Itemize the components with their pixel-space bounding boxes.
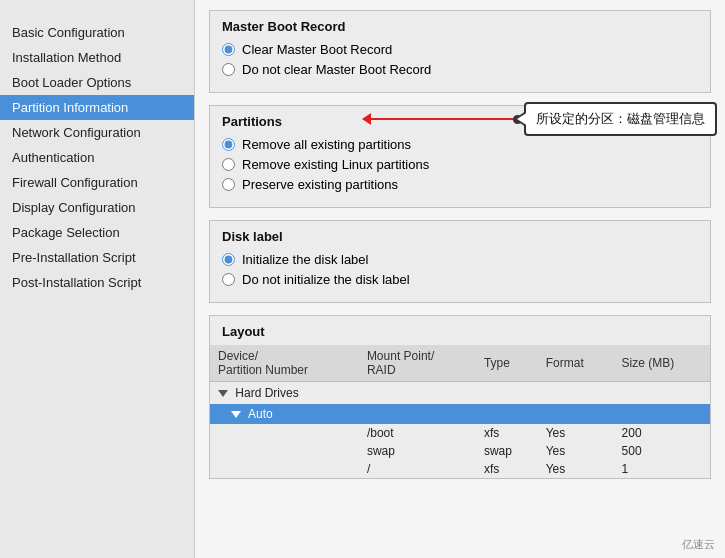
expand-auto-icon xyxy=(231,411,241,418)
sidebar-item-display-configuration[interactable]: Display Configuration xyxy=(0,195,194,220)
master-boot-record-title: Master Boot Record xyxy=(222,19,698,34)
col-header-device: Device/Partition Number xyxy=(210,345,359,382)
auto-row[interactable]: Auto xyxy=(210,404,710,424)
hard-drives-row[interactable]: Hard Drives xyxy=(210,382,710,405)
sidebar-item-package-selection[interactable]: Package Selection xyxy=(0,220,194,245)
table-row[interactable]: / xfs Yes 1 xyxy=(210,460,710,478)
disk-label-option-do-not-initialize[interactable]: Do not initialize the disk label xyxy=(222,272,698,287)
main-content: 所设定的分区：磁盘管理信息 Master Boot Record Clear M… xyxy=(195,0,725,558)
partitions-option-remove-all[interactable]: Remove all existing partitions xyxy=(222,137,698,152)
table-row[interactable]: swap swap Yes 500 xyxy=(210,442,710,460)
disk-label-radio-initialize[interactable] xyxy=(222,253,235,266)
watermark: 亿速云 xyxy=(682,537,715,552)
layout-section: Layout Device/Partition Number Mount Poi… xyxy=(209,315,711,479)
disk-label-title: Disk label xyxy=(222,229,698,244)
sidebar-item-installation-method[interactable]: Installation Method xyxy=(0,45,194,70)
disk-label-section: Disk label Initialize the disk label Do … xyxy=(209,220,711,303)
col-header-size: Size (MB) xyxy=(614,345,710,382)
partitions-radio-remove-linux[interactable] xyxy=(222,158,235,171)
sidebar-item-pre-installation-script[interactable]: Pre-Installation Script xyxy=(0,245,194,270)
disk-label-option-initialize[interactable]: Initialize the disk label xyxy=(222,252,698,267)
sidebar-item-post-installation-script[interactable]: Post-Installation Script xyxy=(0,270,194,295)
expand-hard-drives-icon xyxy=(218,390,228,397)
sidebar-item-basic-configuration[interactable]: Basic Configuration xyxy=(0,20,194,45)
partitions-option-remove-linux[interactable]: Remove existing Linux partitions xyxy=(222,157,698,172)
mbr-option-clear[interactable]: Clear Master Boot Record xyxy=(222,42,698,57)
master-boot-record-section: Master Boot Record Clear Master Boot Rec… xyxy=(209,10,711,93)
sidebar-item-boot-loader-options[interactable]: Boot Loader Options xyxy=(0,70,194,95)
table-row[interactable]: /boot xfs Yes 200 xyxy=(210,424,710,442)
sidebar-item-firewall-configuration[interactable]: Firewall Configuration xyxy=(0,170,194,195)
sidebar: Basic Configuration Installation Method … xyxy=(0,0,195,558)
layout-title: Layout xyxy=(210,324,710,345)
partitions-radio-preserve[interactable] xyxy=(222,178,235,191)
tooltip-annotation: 所设定的分区：磁盘管理信息 xyxy=(363,102,717,136)
sidebar-item-network-configuration[interactable]: Network Configuration xyxy=(0,120,194,145)
mbr-option-do-not-clear[interactable]: Do not clear Master Boot Record xyxy=(222,62,698,77)
partitions-option-preserve[interactable]: Preserve existing partitions xyxy=(222,177,698,192)
col-header-type: Type xyxy=(476,345,538,382)
mbr-radio-do-not-clear[interactable] xyxy=(222,63,235,76)
layout-table: Device/Partition Number Mount Point/RAID… xyxy=(210,345,710,478)
disk-label-radio-do-not-initialize[interactable] xyxy=(222,273,235,286)
sidebar-item-authentication[interactable]: Authentication xyxy=(0,145,194,170)
col-header-format: Format xyxy=(538,345,614,382)
partitions-radio-remove-all[interactable] xyxy=(222,138,235,151)
col-header-mount: Mount Point/RAID xyxy=(359,345,476,382)
sidebar-item-partition-information[interactable]: Partition Information xyxy=(0,95,194,120)
mbr-radio-clear[interactable] xyxy=(222,43,235,56)
